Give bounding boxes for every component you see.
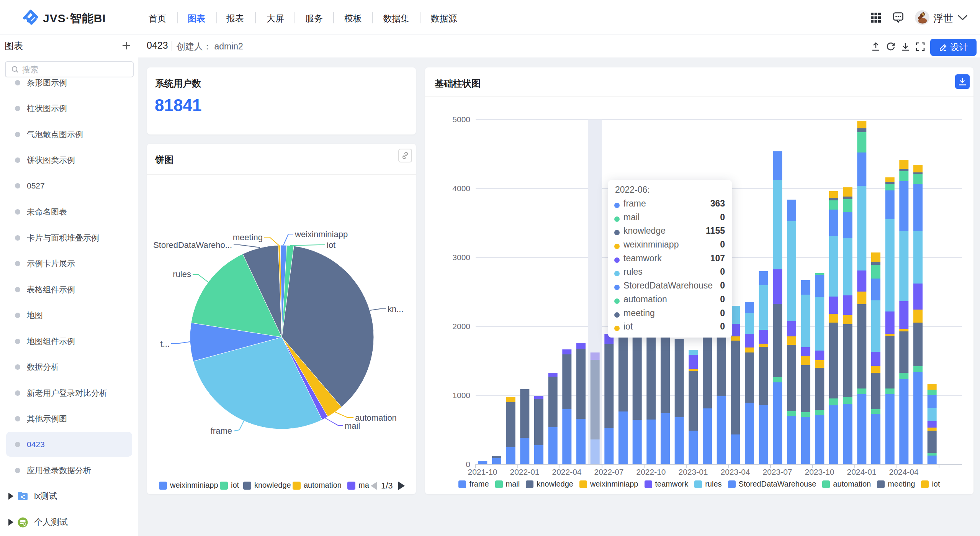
svg-text:frame: frame bbox=[211, 426, 232, 436]
svg-text:2024-04: 2024-04 bbox=[889, 467, 918, 476]
svg-text:2022-01: 2022-01 bbox=[510, 467, 539, 476]
svg-text:2023-10: 2023-10 bbox=[805, 467, 834, 476]
svg-text:2022-04: 2022-04 bbox=[552, 467, 581, 476]
svg-text:mail: mail bbox=[345, 421, 360, 431]
svg-text:weixinminiapp: weixinminiapp bbox=[294, 229, 348, 239]
svg-text:t...: t... bbox=[160, 339, 170, 349]
svg-text:2022-10: 2022-10 bbox=[636, 467, 666, 476]
svg-text:2023-04: 2023-04 bbox=[720, 467, 750, 476]
svg-text:StoredDataWareho...: StoredDataWareho... bbox=[153, 240, 232, 250]
svg-text:5000: 5000 bbox=[452, 115, 470, 124]
svg-text:1000: 1000 bbox=[452, 391, 470, 400]
svg-text:2023-07: 2023-07 bbox=[762, 467, 792, 476]
svg-text:2024-01: 2024-01 bbox=[847, 467, 876, 476]
svg-text:rules: rules bbox=[173, 269, 191, 279]
svg-text:meeting: meeting bbox=[233, 233, 263, 242]
svg-text:2023-01: 2023-01 bbox=[678, 467, 708, 476]
svg-text:3000: 3000 bbox=[452, 253, 470, 262]
svg-text:4000: 4000 bbox=[452, 184, 470, 193]
svg-text:2021-10: 2021-10 bbox=[468, 467, 497, 476]
svg-text:iot: iot bbox=[327, 240, 335, 250]
svg-text:automation: automation bbox=[355, 413, 397, 423]
svg-text:kn...: kn... bbox=[388, 304, 404, 314]
svg-text:2000: 2000 bbox=[452, 322, 470, 331]
svg-text:2022-07: 2022-07 bbox=[594, 467, 623, 476]
